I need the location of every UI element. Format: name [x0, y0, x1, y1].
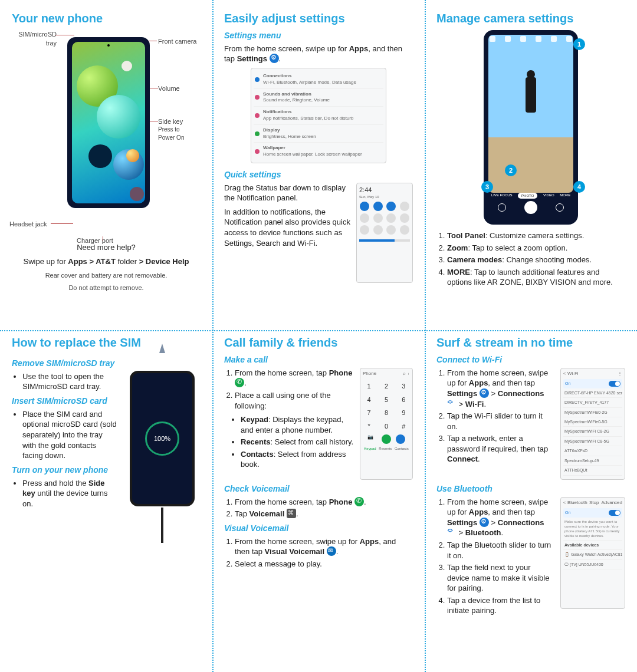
settings-instruction: From the home screen, swipe up for Apps,…	[224, 44, 413, 64]
list-item: Tool Panel: Customize camera settings.	[447, 230, 625, 241]
bullet: Use the tool to open the SIM/microSD car…	[22, 371, 118, 392]
label-headset-jack: Headset jack	[9, 220, 47, 229]
label-front-camera: Front camera	[158, 37, 196, 46]
subheading-quick-settings: Quick settings	[224, 169, 413, 180]
step: Tap a device from the list to initiate p…	[447, 595, 554, 616]
camera-feature-list: Tool Panel: Customize camera settings. Z…	[436, 230, 625, 288]
warning-line-1: Rear cover and battery are not removable…	[12, 271, 201, 280]
help-line-2: Swipe up for Apps > AT&T folder > Device…	[12, 256, 201, 267]
section-title: Manage camera settings	[436, 11, 625, 27]
quick-settings-p2: In addition to notifications, the Notifi…	[224, 207, 350, 248]
badge-3: 3	[481, 181, 493, 193]
section-adjust-settings: Easily adjust settings Settings menu Fro…	[212, 0, 425, 324]
section-title: Your new phone	[12, 11, 201, 27]
step: Tap a network, enter a password if requi…	[447, 433, 554, 465]
step: Tap the field next to your device name t…	[447, 562, 554, 594]
settings-gear-icon	[480, 518, 489, 527]
call-button-icon	[382, 434, 391, 444]
step: From the home screen, tap Phone .	[235, 368, 354, 388]
search-icon: ⌕ ⋮	[403, 371, 410, 377]
bullet: Press and hold the Side key until the de…	[22, 478, 118, 509]
sim-eject-tool-icon	[159, 344, 165, 353]
label-side-key-sub: Press to Power On	[158, 126, 184, 141]
label-charger-port: Charger port	[77, 236, 113, 245]
step: Place a call using one of the following:	[235, 390, 354, 411]
shutter-button-icon	[524, 201, 537, 214]
step: From the home screen, swipe up for Apps,…	[447, 497, 554, 538]
wifi-screenshot: < Wi-Fi ⋮ On DIRECT-6F-HP ENVY 4520 seri…	[560, 368, 625, 480]
phone-app-icon	[235, 378, 244, 387]
section-surf-stream: Surf & stream in no time Connect to Wi-F…	[425, 324, 637, 666]
section-title: Easily adjust settings	[224, 11, 413, 27]
charging-phone-image: 100%	[130, 371, 195, 506]
step: From the home screen, tap Phone .	[235, 497, 413, 508]
badge-4: 4	[573, 181, 585, 193]
step: From the home screen, swipe up for Apps,…	[447, 368, 554, 409]
phone-diagram: SIM/microSD tray Headset jack Charger po…	[12, 30, 201, 242]
wifi-icon	[447, 399, 457, 409]
bullet: Place the SIM card and optional microSD …	[22, 409, 118, 461]
camera-phone-image: LIVE FOCUS PHOTO VIDEO MORE	[484, 30, 578, 225]
bluetooth-screenshot: < Bluetooth Stop Advanced On Make sure t…	[560, 497, 625, 609]
step: Select a message to play.	[235, 559, 413, 569]
label-side-key: Side key	[158, 117, 183, 126]
step: From the home screen, swipe up for Apps,…	[235, 536, 413, 557]
section-title: Call family & friends	[224, 335, 413, 351]
handstand-person-icon	[522, 70, 540, 117]
subheading-visual-voicemail: Visual Voicemail	[224, 523, 413, 534]
phone-hero-image	[67, 37, 150, 208]
bluetooth-toggle-icon	[609, 510, 620, 516]
step: Tap the Wi-Fi slider to turn it on.	[447, 411, 554, 431]
camera-top-icon	[490, 36, 495, 42]
section-title: How to replace the SIM	[12, 335, 201, 351]
camera-diagram: LIVE FOCUS PHOTO VIDEO MORE 1 2 3 4	[478, 30, 584, 225]
subheading-check-voicemail: Check Voicemail	[224, 483, 413, 495]
front-camera-hole	[107, 44, 110, 47]
list-item: MORE: Tap to launch additional features …	[447, 267, 625, 288]
warning-line-2: Do not attempt to remove.	[12, 284, 201, 292]
phone-app-icon	[354, 497, 364, 506]
visual-voicemail-icon	[327, 546, 336, 556]
badge-2: 2	[505, 164, 517, 176]
list-item: Camera modes: Change shooting modes.	[447, 255, 625, 265]
subheading-bluetooth: Use Bluetooth	[436, 483, 625, 495]
subheading-insert-sim: Insert SIM/microSD card	[12, 396, 118, 407]
quick-settings-screenshot: 2:44 Sun, May 10	[356, 183, 413, 283]
charging-cable-icon	[161, 508, 163, 543]
connections-icon	[447, 528, 457, 537]
quick-settings-p1: Drag the Status bar down to display the …	[224, 183, 350, 203]
section-title: Surf & stream in no time	[436, 335, 625, 351]
step: Tap Voicemail .	[235, 509, 413, 519]
section-call: Call family & friends Make a call From t…	[212, 324, 425, 666]
settings-list-screenshot: ConnectionsWi-Fi, Bluetooth, Airplane mo…	[251, 68, 386, 163]
badge-1: 1	[573, 38, 585, 50]
label-volume: Volume	[158, 84, 180, 93]
section-replace-sim: How to replace the SIM Remove SIM/microS…	[0, 324, 212, 666]
subheading-make-call: Make a call	[224, 354, 413, 365]
subheading-settings-menu: Settings menu	[224, 30, 413, 41]
list-item: Zoom: Tap to select a zoom option.	[447, 243, 625, 253]
section-camera-settings: Manage camera settings LIVE FOCUS PHOTO …	[425, 0, 637, 324]
settings-gear-icon	[480, 388, 489, 398]
label-sim-tray: SIM/microSD tray	[9, 30, 57, 48]
keypad-screenshot: Phone⌕ ⋮ 123 456 789 *0# 📷 KeypadRecents…	[360, 368, 413, 480]
charge-percent: 100%	[145, 421, 179, 456]
voicemail-icon	[287, 509, 296, 518]
step: Tap the Bluetooth slider to turn it on.	[447, 540, 554, 561]
subheading-turn-on: Turn on your new phone	[12, 465, 118, 476]
subheading-wifi: Connect to Wi-Fi	[436, 354, 625, 365]
subheading-remove-sim: Remove SIM/microSD tray	[12, 358, 118, 369]
wifi-toggle-icon	[609, 381, 620, 387]
settings-gear-icon	[270, 54, 279, 63]
section-your-new-phone: Your new phone SIM/microSD tray Headset …	[0, 0, 212, 324]
